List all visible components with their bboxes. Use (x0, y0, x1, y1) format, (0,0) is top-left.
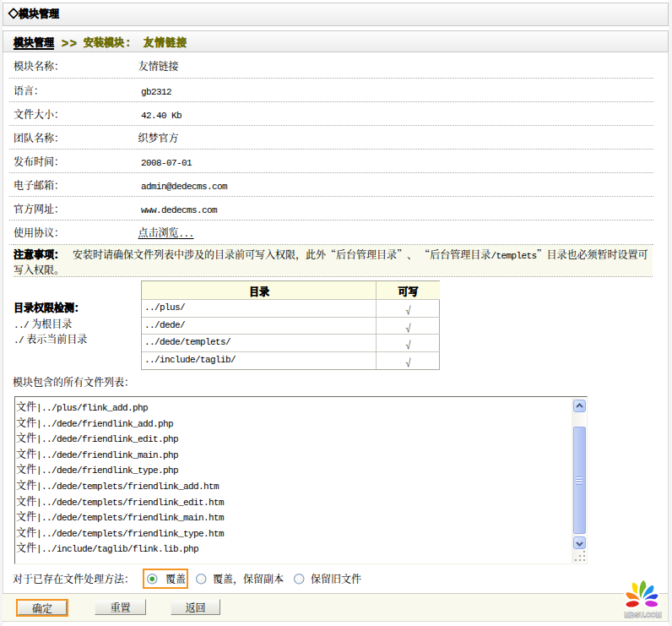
svg-text:MBSU.COM: MBSU.COM (625, 610, 662, 619)
